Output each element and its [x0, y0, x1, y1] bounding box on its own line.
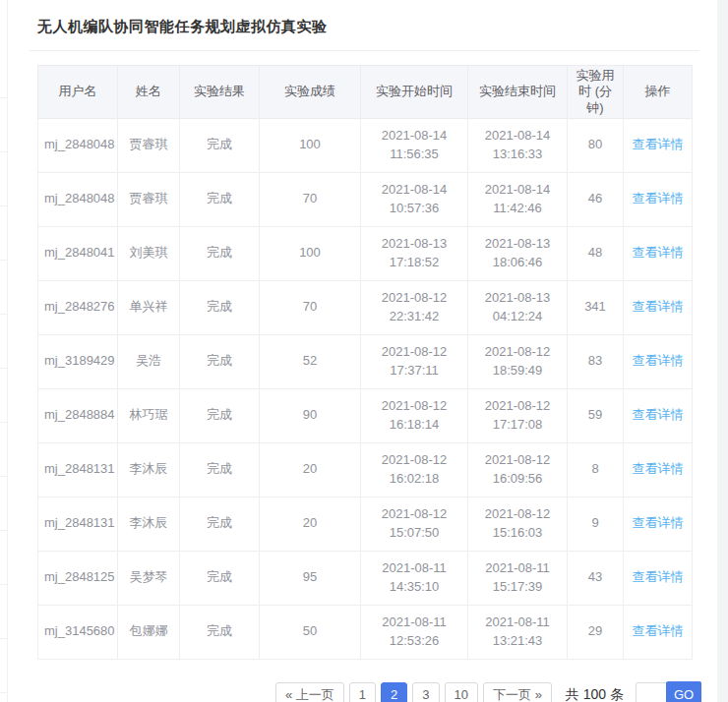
cell-end-time: 2021-08-12 18:59:49	[468, 334, 568, 388]
cell-name: 刘美琪	[118, 226, 180, 280]
results-table: 用户名 姓名 实验结果 实验成绩 实验开始时间 实验结束时间 实验用时 (分钟)…	[37, 65, 693, 660]
col-header-start-time: 实验开始时间	[361, 66, 468, 119]
cell-result: 完成	[180, 172, 260, 226]
table-row: mj_3189429 吴浩 完成 52 2021-08-12 17:37:11 …	[38, 334, 693, 388]
cell-end-time: 2021-08-13 18:06:46	[468, 226, 568, 280]
cell-username: mj_3145680	[38, 605, 118, 659]
left-panel-edge	[0, 0, 8, 702]
table-row: mj_2848131 李沐辰 完成 20 2021-08-12 15:07:50…	[38, 497, 693, 551]
cell-duration: 48	[568, 226, 624, 280]
cell-start-time: 2021-08-14 11:56:35	[361, 118, 468, 172]
page-button-1[interactable]: 1	[349, 682, 376, 702]
view-details-link[interactable]: 查看详情	[633, 245, 684, 260]
cell-score: 52	[260, 334, 361, 388]
table-row: mj_3145680 包娜娜 完成 50 2021-08-11 12:53:26…	[38, 605, 693, 659]
prev-page-button[interactable]: « 上一页	[275, 682, 344, 702]
cell-result: 完成	[180, 442, 260, 497]
table-header: 用户名 姓名 实验结果 实验成绩 实验开始时间 实验结束时间 实验用时 (分钟)…	[38, 66, 693, 119]
cell-duration: 59	[568, 388, 624, 442]
cell-start-time: 2021-08-13 17:18:52	[361, 226, 468, 280]
table-row: mj_2848048 贾睿琪 完成 70 2021-08-14 10:57:36…	[38, 172, 693, 226]
cell-result: 完成	[180, 118, 260, 172]
cell-username: mj_2848884	[38, 388, 118, 442]
col-header-end-time: 实验结束时间	[468, 66, 568, 119]
view-details-link[interactable]: 查看详情	[633, 569, 684, 584]
cell-duration: 29	[568, 605, 624, 659]
cell-start-time: 2021-08-11 12:53:26	[361, 605, 468, 659]
title-divider	[30, 50, 699, 51]
cell-score: 100	[260, 226, 361, 280]
cell-score: 95	[260, 551, 361, 605]
cell-action: 查看详情	[624, 280, 693, 334]
cell-username: mj_2848048	[38, 172, 118, 226]
cell-result: 完成	[180, 280, 260, 334]
page-title: 无人机编队协同智能任务规划虚拟仿真实验	[37, 0, 692, 36]
cell-action: 查看详情	[624, 118, 693, 172]
page-button-3[interactable]: 3	[412, 682, 439, 702]
cell-end-time: 2021-08-12 16:09:56	[468, 442, 568, 497]
cell-name: 林巧琚	[118, 388, 180, 442]
cell-end-time: 2021-08-14 11:42:46	[468, 172, 568, 226]
cell-result: 完成	[180, 388, 260, 442]
cell-action: 查看详情	[624, 226, 693, 280]
view-details-link[interactable]: 查看详情	[633, 623, 684, 638]
cell-username: mj_2848131	[38, 442, 118, 497]
cell-start-time: 2021-08-12 22:31:42	[361, 280, 468, 334]
page-button-2[interactable]: 2	[381, 682, 407, 702]
col-header-score: 实验成绩	[260, 66, 361, 119]
cell-end-time: 2021-08-13 04:12:24	[468, 280, 568, 334]
table-row: mj_2848048 贾睿琪 完成 100 2021-08-14 11:56:3…	[38, 118, 693, 172]
cell-name: 单兴祥	[118, 280, 180, 334]
col-header-username: 用户名	[38, 66, 118, 119]
view-details-link[interactable]: 查看详情	[633, 515, 684, 530]
page-jump-group: GO	[636, 681, 701, 702]
cell-result: 完成	[180, 605, 260, 659]
cell-result: 完成	[180, 226, 260, 280]
next-page-button[interactable]: 下一页 »	[483, 682, 552, 702]
header-row: 用户名 姓名 实验结果 实验成绩 实验开始时间 实验结束时间 实验用时 (分钟)…	[38, 66, 693, 119]
cell-result: 完成	[180, 334, 260, 388]
cell-start-time: 2021-08-12 17:37:11	[361, 334, 468, 388]
cell-duration: 8	[568, 442, 624, 497]
page-scroll-gutter	[717, 0, 728, 702]
cell-duration: 43	[568, 551, 624, 605]
cell-action: 查看详情	[624, 605, 693, 659]
page-button-10[interactable]: 10	[445, 682, 478, 702]
view-details-link[interactable]: 查看详情	[633, 353, 684, 368]
table-row: mj_2848884 林巧琚 完成 90 2021-08-12 16:18:14…	[38, 388, 693, 442]
cell-username: mj_2848276	[38, 280, 118, 334]
table-row: mj_2848125 吴梦琴 完成 95 2021-08-11 14:35:10…	[38, 551, 693, 605]
view-details-link[interactable]: 查看详情	[633, 137, 684, 151]
cell-score: 20	[260, 497, 361, 551]
page-jump-input[interactable]	[636, 682, 667, 702]
cell-score: 50	[260, 605, 361, 659]
cell-duration: 9	[568, 497, 624, 551]
cell-action: 查看详情	[624, 497, 693, 551]
col-header-result: 实验结果	[180, 66, 260, 119]
cell-result: 完成	[180, 497, 260, 551]
col-header-name: 姓名	[118, 66, 180, 119]
total-count-label: 共 100 条	[566, 686, 624, 702]
cell-username: mj_2848125	[38, 551, 118, 605]
cell-start-time: 2021-08-14 10:57:36	[361, 172, 468, 226]
cell-end-time: 2021-08-11 13:21:43	[468, 605, 568, 659]
col-header-duration: 实验用时 (分钟)	[568, 66, 624, 119]
cell-action: 查看详情	[624, 442, 693, 497]
view-details-link[interactable]: 查看详情	[633, 407, 684, 422]
cell-start-time: 2021-08-11 14:35:10	[361, 551, 468, 605]
cell-start-time: 2021-08-12 16:18:14	[361, 388, 468, 442]
cell-name: 贾睿琪	[118, 118, 180, 172]
cell-score: 100	[260, 118, 361, 172]
cell-action: 查看详情	[624, 334, 693, 388]
cell-score: 70	[260, 280, 361, 334]
cell-duration: 341	[568, 280, 624, 334]
cell-start-time: 2021-08-12 16:02:18	[361, 442, 468, 497]
view-details-link[interactable]: 查看详情	[633, 191, 684, 205]
view-details-link[interactable]: 查看详情	[633, 299, 684, 314]
go-button[interactable]: GO	[666, 681, 701, 702]
cell-end-time: 2021-08-12 15:16:03	[468, 497, 568, 551]
view-details-link[interactable]: 查看详情	[633, 461, 684, 476]
cell-name: 李沐辰	[118, 442, 180, 497]
cell-username: mj_2848131	[38, 497, 118, 551]
cell-end-time: 2021-08-14 13:16:33	[468, 118, 568, 172]
